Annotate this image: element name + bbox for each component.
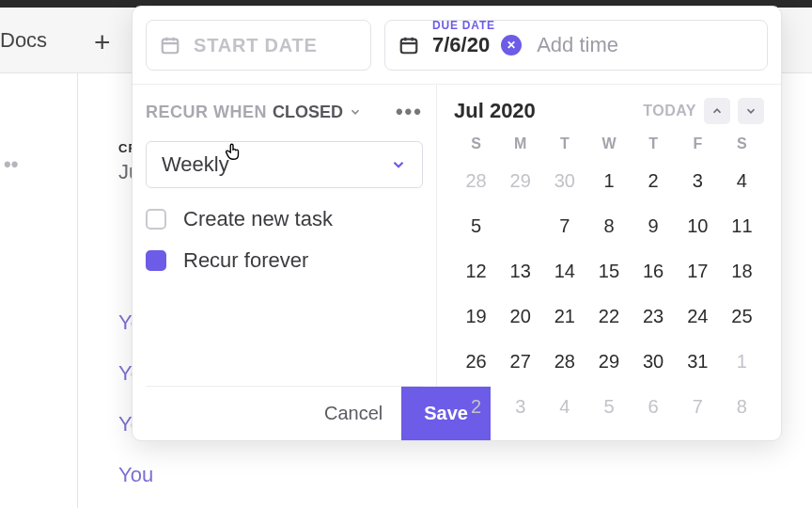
create-new-task-option[interactable]: Create new task: [146, 207, 423, 231]
chevron-up-icon: [710, 104, 724, 118]
date-row: START DATE DUE DATE 7/6/20 ✕ Add time: [133, 7, 781, 84]
calendar-day[interactable]: 24: [676, 295, 720, 337]
recur-header: RECUR WHEN CLOSED •••: [146, 100, 423, 124]
sidebar-dots[interactable]: ••: [0, 152, 18, 177]
calendar-day[interactable]: 5: [586, 386, 631, 427]
recur-when-label: RECUR WHEN: [146, 103, 267, 122]
due-date-field[interactable]: DUE DATE 7/6/20 ✕ Add time: [384, 20, 768, 71]
calendar-day[interactable]: 5: [454, 205, 498, 246]
cancel-button[interactable]: Cancel: [305, 403, 401, 424]
calendar-day[interactable]: 26: [454, 341, 498, 382]
weekday-label: M: [498, 135, 542, 152]
calendar-icon: [160, 35, 180, 56]
calendar-day[interactable]: 7: [542, 205, 586, 246]
calendar-day[interactable]: 4: [720, 160, 764, 201]
bg-row: You: [118, 463, 153, 487]
weekday-label: S: [454, 135, 498, 152]
more-options-button[interactable]: •••: [396, 100, 423, 124]
calendar-day[interactable]: 23: [632, 295, 676, 337]
weekday-label: S: [720, 135, 764, 152]
chevron-down-icon: [744, 104, 757, 118]
calendar-day[interactable]: 28: [542, 341, 586, 382]
recur-trigger-select[interactable]: CLOSED: [273, 103, 362, 122]
start-date-placeholder: START DATE: [194, 35, 318, 56]
calendar-day[interactable]: 7: [676, 386, 720, 427]
calendar-day[interactable]: 16: [632, 250, 676, 292]
calendar-day[interactable]: 2: [454, 386, 498, 427]
modal-footer: Cancel Save: [146, 386, 423, 440]
calendar-icon: [398, 35, 419, 56]
svg-rect-0: [163, 40, 179, 54]
start-date-field[interactable]: START DATE: [146, 20, 371, 71]
calendar-header: Jul 2020 TODAY: [454, 98, 764, 124]
calendar-day[interactable]: 15: [586, 250, 631, 292]
create-new-task-label: Create new task: [183, 207, 333, 231]
weekday-label: T: [632, 135, 676, 152]
docs-label[interactable]: Docs: [0, 28, 47, 53]
calendar-day[interactable]: 2: [632, 160, 676, 201]
week-row: 2829301234: [454, 160, 764, 201]
calendar-day[interactable]: 6: [632, 386, 676, 427]
week-row: 2627282930311: [454, 341, 764, 382]
week-row: 12131415161718: [454, 250, 764, 292]
chevron-down-icon: [349, 105, 362, 119]
calendar-day[interactable]: 30: [542, 160, 586, 201]
plus-icon[interactable]: +: [94, 26, 111, 58]
calendar-day[interactable]: 8: [586, 205, 631, 246]
modal-body: RECUR WHEN CLOSED ••• Weekly Create new …: [133, 84, 781, 440]
frequency-value: Weekly: [162, 152, 229, 177]
calendar-day[interactable]: 9: [632, 205, 676, 246]
clear-due-date-button[interactable]: ✕: [501, 35, 522, 56]
checkbox-unchecked[interactable]: [146, 209, 166, 230]
checkbox-checked[interactable]: [146, 250, 166, 271]
calendar-day[interactable]: 8: [720, 386, 764, 427]
month-label: Jul 2020: [454, 99, 536, 123]
chevron-down-icon: [390, 156, 407, 173]
calendar-day[interactable]: 31: [676, 341, 720, 382]
due-date-value: 7/6/20: [432, 33, 490, 57]
calendar-day[interactable]: 30: [632, 341, 676, 382]
calendar-day[interactable]: 29: [586, 341, 631, 382]
weekday-label: F: [676, 135, 720, 152]
divider: [77, 73, 78, 508]
calendar-grid: 2829301234567891011121314151617181920212…: [454, 160, 764, 427]
weekday-label: T: [542, 135, 586, 152]
calendar-day[interactable]: 25: [720, 295, 764, 337]
calendar-day[interactable]: 28: [454, 160, 498, 201]
calendar-day[interactable]: 29: [498, 160, 542, 201]
calendar-day[interactable]: 18: [720, 250, 764, 292]
calendar-day[interactable]: 10: [676, 205, 720, 246]
prev-month-button[interactable]: [704, 98, 730, 124]
recur-panel: RECUR WHEN CLOSED ••• Weekly Create new …: [133, 85, 437, 440]
calendar-day[interactable]: 27: [498, 341, 542, 382]
calendar-day[interactable]: 1: [586, 160, 631, 201]
calendar-day[interactable]: 3: [676, 160, 720, 201]
svg-rect-1: [401, 40, 417, 54]
calendar-day[interactable]: 11: [720, 205, 764, 246]
weekday-label: W: [586, 135, 631, 152]
week-row: 567891011: [454, 205, 764, 246]
calendar-day[interactable]: 17: [676, 250, 720, 292]
calendar-day[interactable]: 19: [454, 295, 498, 337]
calendar-day[interactable]: 14: [542, 250, 586, 292]
calendar-day[interactable]: 22: [586, 295, 631, 337]
add-time-button[interactable]: Add time: [537, 33, 618, 57]
recur-forever-label: Recur forever: [183, 248, 308, 273]
calendar-panel: Jul 2020 TODAY SMTWTFS 28293012345678910…: [437, 85, 781, 440]
calendar-day[interactable]: 6: [498, 205, 542, 246]
frequency-select[interactable]: Weekly: [146, 141, 423, 188]
calendar-day[interactable]: 21: [542, 295, 586, 337]
recur-forever-option[interactable]: Recur forever: [146, 248, 423, 273]
next-month-button[interactable]: [738, 98, 764, 124]
calendar-day[interactable]: 12: [454, 250, 498, 292]
today-button[interactable]: TODAY: [643, 103, 696, 119]
calendar-day[interactable]: 1: [720, 341, 764, 382]
recur-closed-label: CLOSED: [273, 103, 343, 122]
calendar-day[interactable]: 20: [498, 295, 542, 337]
calendar-day[interactable]: 3: [498, 386, 542, 427]
weekday-row: SMTWTFS: [454, 135, 764, 152]
week-row: 2345678: [454, 386, 764, 427]
due-date-label: DUE DATE: [432, 19, 495, 32]
calendar-day[interactable]: 13: [498, 250, 542, 292]
calendar-day[interactable]: 4: [542, 386, 586, 427]
